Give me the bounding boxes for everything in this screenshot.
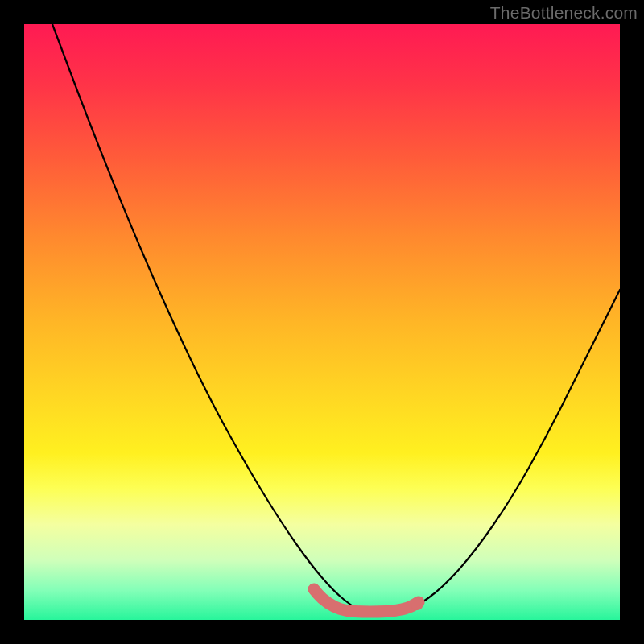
watermark: TheBottleneck.com <box>490 3 638 23</box>
sweet-spot-end <box>411 597 423 610</box>
sweet-spot-start <box>308 584 320 595</box>
plot-area <box>24 24 620 620</box>
sweet-spot-band <box>314 589 419 612</box>
bottleneck-curve <box>52 24 620 616</box>
chart-frame: TheBottleneck.com <box>0 0 644 644</box>
curves-layer <box>24 24 620 620</box>
